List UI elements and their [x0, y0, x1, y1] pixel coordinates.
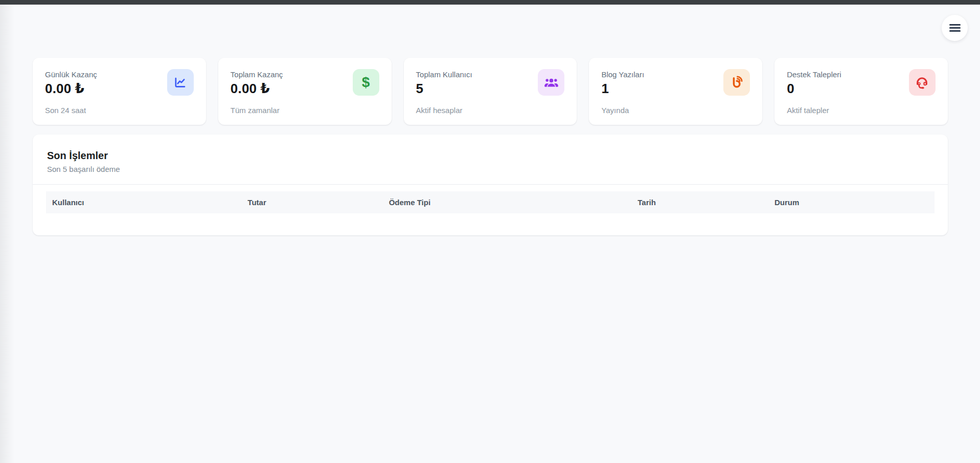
stat-card-blog-posts: Blog Yazıları 1 Yayında	[589, 58, 762, 125]
section-title: Son İşlemler	[47, 149, 933, 162]
users-icon	[538, 69, 564, 96]
headset-icon	[909, 69, 936, 96]
stat-card-total-users: Toplam Kullanıcı 5 Aktif hesaplar	[404, 58, 577, 125]
stat-card-daily-earnings: Günlük Kazanç 0.00 ₺ Son 24 saat	[33, 58, 206, 125]
top-accent-bar	[0, 0, 980, 5]
column-header-kullanici: Kullanıcı	[46, 191, 241, 213]
column-header-odeme-tipi: Ödeme Tipi	[383, 191, 632, 213]
transactions-table-wrapper: Kullanıcı Tutar Ödeme Tipi Tarih Durum	[33, 185, 948, 213]
recent-transactions-card: Son İşlemler Son 5 başarılı ödeme Kullan…	[33, 135, 948, 235]
stats-cards-row: Günlük Kazanç 0.00 ₺ Son 24 saat Toplam …	[33, 58, 948, 125]
stat-card-subtitle: Yayında	[601, 106, 629, 115]
blog-icon	[723, 69, 750, 96]
hamburger-icon	[949, 24, 961, 32]
column-header-durum: Durum	[768, 191, 935, 213]
column-header-tutar: Tutar	[241, 191, 382, 213]
menu-button[interactable]	[942, 15, 968, 41]
recent-transactions-header: Son İşlemler Son 5 başarılı ödeme	[33, 135, 948, 185]
stat-card-subtitle: Aktif talepler	[787, 106, 829, 115]
stat-card-total-earnings: Toplam Kazanç 0.00 ₺ Tüm zamanlar $	[218, 58, 392, 125]
chart-line-icon	[167, 69, 194, 96]
transactions-table: Kullanıcı Tutar Ödeme Tipi Tarih Durum	[46, 191, 935, 213]
stat-card-support-tickets: Destek Talepleri 0 Aktif talepler	[774, 58, 948, 125]
stat-card-subtitle: Son 24 saat	[45, 106, 86, 115]
stat-card-subtitle: Aktif hesaplar	[416, 106, 463, 115]
left-edge-shadow	[0, 5, 14, 463]
dollar-icon: $	[353, 69, 379, 96]
column-header-tarih: Tarih	[631, 191, 768, 213]
stat-card-subtitle: Tüm zamanlar	[231, 106, 280, 115]
section-subtitle: Son 5 başarılı ödeme	[47, 165, 933, 173]
table-header-row: Kullanıcı Tutar Ödeme Tipi Tarih Durum	[46, 191, 935, 213]
